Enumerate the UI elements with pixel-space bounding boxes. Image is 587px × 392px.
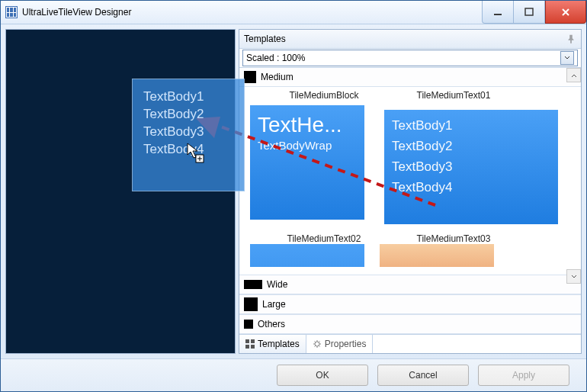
scroll-up-button[interactable] [566, 68, 581, 82]
tile-line: TextBody2 [392, 138, 550, 156]
ok-button[interactable]: OK [277, 365, 368, 386]
template-groups: Medium TileMediumBlock TileMediumText01 … [239, 68, 581, 334]
tile-label-text02: TileMediumText02 [267, 233, 381, 244]
tile-label-text03: TileMediumText03 [396, 233, 511, 244]
apply-button[interactable]: Apply [478, 365, 569, 386]
minimize-button[interactable] [482, 1, 513, 24]
wide-swatch-icon [244, 280, 262, 289]
tile-heading: TextHe... [258, 113, 357, 137]
tab-properties[interactable]: Properties [306, 335, 374, 353]
panel-header: Templates [239, 30, 581, 49]
tab-properties-label: Properties [325, 339, 367, 349]
pin-icon[interactable] [566, 34, 576, 44]
scale-combo[interactable]: Scaled : 100% [242, 50, 578, 66]
tile-medium-text03-preview[interactable]: TextBody1 TextBody2 TextBody3 TextBody4 [384, 110, 558, 224]
scale-value: Scaled : 100% [246, 53, 305, 63]
group-others-header[interactable]: Others [239, 314, 581, 334]
group-medium-label: Medium [261, 72, 294, 82]
tab-templates-label: Templates [258, 339, 300, 349]
designer-window: UltraLiveTileView Designer Templates Sca… [0, 0, 587, 392]
tile-image-preview-cut[interactable] [380, 244, 494, 267]
tile-label-block: TileMediumBlock [267, 90, 381, 101]
button-bar: OK Cancel Apply [1, 358, 586, 391]
titlebar: UltraLiveTileView Designer [1, 1, 586, 24]
maximize-button[interactable] [513, 1, 545, 24]
tile-preview-cut[interactable] [250, 244, 364, 267]
panel-title: Templates [244, 34, 286, 44]
group-large-label: Large [262, 299, 286, 310]
group-others-label: Others [258, 319, 285, 329]
app-icon [5, 6, 18, 18]
svg-rect-1 [525, 8, 533, 15]
tile-medium-text02-preview[interactable]: TextHe... TextBodyWrap [250, 105, 364, 220]
tile-label-text01: TileMediumText01 [396, 90, 511, 101]
gear-icon [313, 339, 322, 349]
group-wide-label: Wide [267, 279, 287, 290]
bottom-tabs: Templates Properties [239, 334, 581, 353]
close-button[interactable] [545, 1, 586, 24]
group-large-header[interactable]: Large [239, 294, 581, 314]
templates-panel: Templates Scaled : 100% Medium TileMediu… [239, 29, 582, 354]
body: Templates Scaled : 100% Medium TileMediu… [5, 29, 582, 354]
scale-row: Scaled : 100% [239, 49, 581, 68]
window-title: UltraLiveTileView Designer [22, 7, 482, 18]
svg-rect-2 [245, 339, 249, 343]
svg-rect-4 [245, 345, 249, 349]
svg-rect-5 [251, 345, 255, 349]
scroll-down-button[interactable] [566, 269, 581, 284]
medium-tiles: TileMediumBlock TileMediumText01 TextHe.… [239, 87, 581, 275]
tab-templates[interactable]: Templates [239, 335, 306, 353]
svg-rect-0 [494, 14, 502, 15]
cancel-button[interactable]: Cancel [377, 365, 469, 386]
chevron-down-icon [560, 51, 574, 65]
tile-wrap: TextBodyWrap [258, 139, 357, 152]
svg-rect-3 [251, 339, 255, 343]
window-buttons [482, 1, 586, 24]
group-medium-header[interactable]: Medium [239, 68, 581, 87]
large-swatch-icon [244, 297, 258, 311]
canvas-panel[interactable] [5, 29, 236, 354]
tile-line: TextBody4 [392, 179, 550, 197]
grid-icon [245, 339, 255, 349]
others-swatch-icon [244, 320, 253, 329]
tile-line: TextBody1 [392, 117, 550, 135]
medium-swatch-icon [244, 71, 256, 83]
group-wide-header[interactable]: Wide [239, 275, 581, 294]
tile-line: TextBody3 [392, 159, 550, 176]
